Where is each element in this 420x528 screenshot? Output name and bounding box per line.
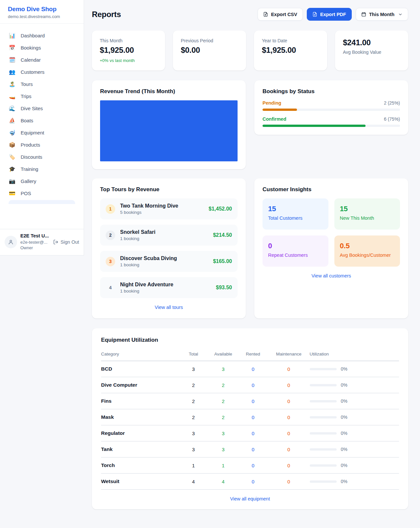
insight-tile: 0 Repeat Customers xyxy=(262,235,328,267)
calendar-icon xyxy=(361,12,366,17)
tour-amount: $165.00 xyxy=(213,258,232,264)
export-csv-label: Export CSV xyxy=(271,12,297,17)
equipment-table: Category Total Available Rented Maintena… xyxy=(101,349,399,490)
sidebar-item-label: Dive Sites xyxy=(21,106,43,111)
view-all-customers-link[interactable]: View all customers xyxy=(311,273,351,278)
rank-badge: 3 xyxy=(106,257,115,266)
view-all-equipment-link[interactable]: View all equipment xyxy=(230,496,270,501)
file-download-icon xyxy=(312,12,317,17)
equipment-utilization-title: Equipment Utilization xyxy=(101,337,399,343)
insight-label: Repeat Customers xyxy=(268,253,323,258)
sidebar-item-icon: 🏷️ xyxy=(9,154,16,160)
equipment-available: 2 xyxy=(208,409,238,425)
insights-row: Top Tours by Revenue 1 Two Tank Morning … xyxy=(92,178,408,318)
bookings-status-title: Bookings by Status xyxy=(262,88,400,95)
sidebar-item[interactable]: 🏷️ Discounts xyxy=(5,151,78,163)
sidebar-item[interactable]: 💳 POS xyxy=(5,187,78,199)
export-pdf-button[interactable]: Export PDF xyxy=(307,8,352,21)
stat-card-year-to-date: Year to Date $1,925.00 xyxy=(254,30,327,71)
tour-row: 2 Snorkel Safari 1 booking $214.50 xyxy=(100,225,238,246)
tour-bookings: 1 booking xyxy=(120,262,208,267)
stat-label: Year to Date xyxy=(262,38,319,43)
insight-label: Total Customers xyxy=(268,215,323,221)
export-csv-button[interactable]: Export CSV xyxy=(258,8,303,21)
revenue-trend-title: Revenue Trend (This Month) xyxy=(100,88,238,95)
insight-value: 0.5 xyxy=(340,242,395,250)
utilization-percent: 0% xyxy=(341,366,347,372)
utilization-percent: 0% xyxy=(341,463,347,468)
sidebar-item-label: Training xyxy=(21,166,38,172)
utilization-cell: 0% xyxy=(310,479,399,484)
utilization-cell: 0% xyxy=(310,463,399,468)
utilization-percent: 0% xyxy=(341,431,347,436)
period-label: This Month xyxy=(369,12,394,17)
status-label: Pending xyxy=(262,100,281,106)
equipment-row: Mask 2 2 0 0 0% xyxy=(101,409,399,425)
period-select[interactable]: This Month xyxy=(356,8,408,21)
utilization-cell: 0% xyxy=(310,415,399,420)
sidebar-item[interactable]: 👥 Customers xyxy=(5,66,78,78)
utilization-cell: 0% xyxy=(310,382,399,388)
brand-header: Demo Dive Shop demo.test.divestreams.com xyxy=(0,0,84,24)
sidebar-item[interactable]: 🤿 Equipment xyxy=(5,127,78,139)
sidebar-item[interactable]: 🎓 Training xyxy=(5,163,78,175)
sidebar-item-icon: 📦 xyxy=(9,142,16,148)
sidebar-item[interactable]: 🌊 Dive Sites xyxy=(5,102,78,114)
sidebar-item-label: Dashboard xyxy=(21,33,45,38)
equipment-available: 2 xyxy=(208,377,238,393)
stat-label: This Month xyxy=(100,38,157,43)
page-title: Reports xyxy=(92,10,121,19)
equipment-row: Wetsuit 4 4 0 0 0% xyxy=(101,474,399,490)
equipment-row: Tank 3 3 0 0 0% xyxy=(101,441,399,457)
equipment-row: Fins 2 2 0 0 0% xyxy=(101,393,399,409)
status-progress-fill xyxy=(262,125,366,127)
stat-delta: +0% vs last month xyxy=(100,58,157,63)
equipment-maintenance: 0 xyxy=(268,457,309,474)
utilization-cell: 0% xyxy=(310,366,399,372)
col-category: Category xyxy=(101,349,178,361)
sidebar-item-icon: ⛵ xyxy=(9,118,16,123)
sidebar-item[interactable]: 📊 Dashboard xyxy=(5,30,78,42)
view-all-tours-link[interactable]: View all tours xyxy=(155,305,183,310)
sidebar-item[interactable]: ⛵ Boats xyxy=(5,114,78,127)
sidebar-item-icon: 🤿 xyxy=(9,130,16,135)
equipment-total: 4 xyxy=(178,474,208,490)
equipment-available: 3 xyxy=(208,361,238,377)
top-tours-card: Top Tours by Revenue 1 Two Tank Morning … xyxy=(92,178,246,318)
charts-row: Revenue Trend (This Month) Bookings by S… xyxy=(92,80,408,169)
stat-card-this-month: This Month $1,925.00 +0% vs last month xyxy=(92,30,165,71)
utilization-cell: 0% xyxy=(310,447,399,452)
sidebar-item[interactable]: 🗓️ Calendar xyxy=(5,54,78,66)
sidebar-item-label: Equipment xyxy=(21,130,44,135)
stat-value: $1,925.00 xyxy=(100,46,157,55)
user-email: e2e-tester@... xyxy=(20,239,50,245)
stat-card-avg-booking-value: $241.00 Avg Booking Value xyxy=(335,30,408,71)
revenue-trend-card: Revenue Trend (This Month) xyxy=(92,80,246,169)
top-tours-title: Top Tours by Revenue xyxy=(100,186,238,193)
sidebar-item-label: Gallery xyxy=(21,178,36,184)
sidebar-item-label: Tours xyxy=(21,81,33,87)
equipment-category: Dive Computer xyxy=(101,377,178,393)
person-icon xyxy=(8,239,14,245)
sidebar-item-reports-partial[interactable] xyxy=(9,200,75,204)
sidebar-item-icon: 👥 xyxy=(9,70,16,75)
utilization-track xyxy=(310,432,337,435)
rank-badge: 1 xyxy=(106,204,115,214)
sidebar-item-label: POS xyxy=(21,191,31,196)
tour-bookings: 5 bookings xyxy=(120,210,204,215)
sign-out-button[interactable]: Sign Out xyxy=(53,239,79,245)
equipment-category: BCD xyxy=(101,361,178,377)
sidebar-item[interactable]: 🏝️ Tours xyxy=(5,78,78,90)
stat-card-previous-period: Previous Period $0.00 xyxy=(173,30,246,71)
sidebar-item[interactable]: 📅 Bookings xyxy=(5,42,78,54)
sidebar-item[interactable]: 📷 Gallery xyxy=(5,175,78,187)
equipment-row: Dive Computer 2 2 0 0 0% xyxy=(101,377,399,393)
page-header: Reports Export CSV Export PDF This Month xyxy=(92,8,408,21)
sidebar-item[interactable]: 📦 Products xyxy=(5,139,78,151)
tour-bookings: 1 booking xyxy=(120,236,208,241)
shop-name: Demo Dive Shop xyxy=(8,6,76,13)
user-meta: E2E Test U... e2e-tester@... Owner xyxy=(20,233,50,251)
equipment-total: 3 xyxy=(178,361,208,377)
sidebar-item-icon: 🏝️ xyxy=(9,82,16,87)
sidebar-item[interactable]: 🚤 Trips xyxy=(5,90,78,102)
